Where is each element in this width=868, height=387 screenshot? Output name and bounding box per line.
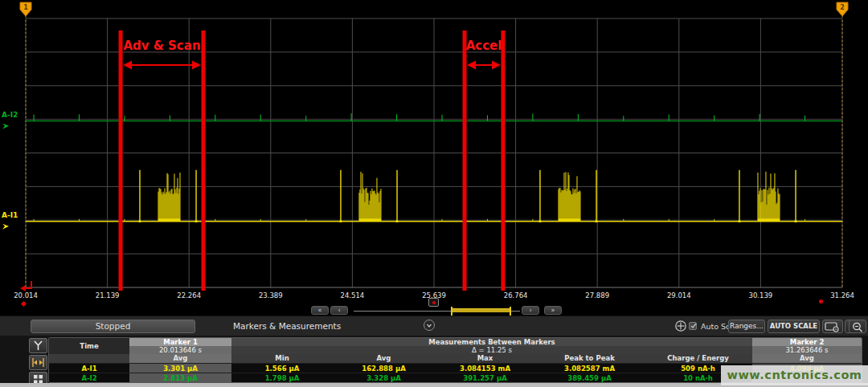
subheader-charge-energy: Charge / Energy — [644, 354, 752, 363]
marker1-header[interactable]: Marker 1 — [129, 338, 231, 346]
subheader-peak-to-peak: Peak to Peak — [535, 354, 644, 363]
x-axis-label: 22.264 — [177, 291, 201, 299]
panel-title: Markers & Measurements — [233, 321, 341, 331]
a-i2-m1-avg: 2.813 µA — [129, 373, 231, 382]
scroll-prev-button[interactable]: ‹ — [330, 306, 348, 315]
subheader-max: Max — [435, 354, 535, 363]
annotation-adv-scan: Adv & Scan — [119, 31, 206, 291]
x-axis-label: 31.264 — [830, 291, 854, 299]
x-axis-label: 30.139 — [749, 291, 773, 299]
a-i2-min: 1.798 µA — [231, 373, 333, 382]
x-axis-label: 29.014 — [667, 291, 691, 299]
chevron-down-icon[interactable] — [424, 320, 435, 331]
subheader-m2-avg: Avg — [752, 354, 862, 363]
a-i1-p2p: 3.082587 mA — [535, 363, 644, 373]
x-axis-label: 24.514 — [341, 291, 365, 299]
crosshair-plus-icon[interactable] — [674, 320, 687, 332]
marker2-time: 31.263646 s — [752, 346, 862, 354]
ranges-button[interactable]: Ranges... — [728, 320, 765, 333]
watermark: www.cntronics.com — [721, 365, 868, 385]
acquisition-status-button[interactable]: Stopped — [31, 320, 195, 333]
x-axis-label: 21.139 — [96, 291, 120, 299]
auto-scroll-checkbox[interactable] — [689, 322, 697, 330]
between-markers-header: Measurements Between Markers — [231, 338, 752, 346]
delta-time: Δ = 11.25 s — [231, 346, 752, 354]
row-a-i1-name[interactable]: A-I1 — [49, 363, 129, 373]
thumb-right-tick — [510, 307, 511, 316]
a-i1-max: 3.084153 mA — [435, 363, 535, 373]
waveform-plot: 12A-I2A-I1Adv & ScanAccel — [0, 0, 868, 316]
zoom-out-button[interactable] — [849, 320, 866, 333]
svg-text:Accel: Accel — [466, 39, 502, 53]
trigger-dot-icon — [432, 301, 436, 304]
annotation-accel: Accel — [463, 31, 506, 291]
channel-label-a-i1[interactable]: A-I1 — [2, 211, 18, 230]
channel-label-a-i2[interactable]: A-I2 — [2, 111, 18, 129]
x-axis-label: 27.889 — [585, 291, 609, 299]
time-marker-flag[interactable]: 1 — [20, 2, 31, 16]
scroll-last-button[interactable]: » — [544, 306, 562, 315]
bottom-toolbar: Stopped Markers & Measurements Auto Scro… — [0, 316, 868, 336]
scroll-thumb[interactable] — [452, 308, 510, 312]
marker1-time: 20.013646 s — [129, 346, 231, 354]
col-header-time: Time — [49, 338, 129, 354]
plot-area[interactable]: 12A-I2A-I1Adv & ScanAccel 20.01421.13922… — [0, 0, 868, 316]
a-i2-avg: 3.328 µA — [333, 373, 435, 382]
a-i1-m1-avg: 3.301 µA — [129, 363, 231, 373]
svg-text:2: 2 — [840, 4, 845, 11]
subheader-m1-avg: Avg — [129, 354, 231, 363]
a-i1-avg: 162.888 µA — [333, 363, 435, 373]
svg-text:1: 1 — [23, 4, 28, 11]
a-i2-max: 391.257 µA — [435, 373, 535, 382]
channel-setup-button[interactable] — [29, 338, 47, 353]
svg-text:Adv & Scan: Adv & Scan — [123, 39, 200, 53]
svg-text:A-I2: A-I2 — [2, 111, 18, 119]
trigger-position-indicator[interactable] — [428, 298, 439, 307]
svg-text:A-I1: A-I1 — [2, 211, 18, 219]
time-marker-flag[interactable]: 2 — [837, 2, 848, 16]
marker2-axis-dot — [819, 299, 823, 303]
row-a-i2-name[interactable]: A-I2 — [49, 373, 129, 382]
subheader-min: Min — [231, 354, 333, 363]
marker2-header[interactable]: Marker 2 — [752, 338, 862, 346]
scroll-first-button[interactable]: « — [311, 306, 329, 315]
x-axis-label: 23.389 — [259, 291, 283, 299]
auto-scale-button[interactable]: AUTO SCALE — [768, 320, 820, 333]
fit-display-zoom-button[interactable] — [822, 320, 843, 333]
a-i2-p2p: 389.459 µA — [535, 373, 644, 382]
subheader-avg: Avg — [333, 354, 435, 363]
grid — [26, 18, 842, 287]
markers-tool-button[interactable] — [29, 355, 47, 370]
a-i1-min: 1.566 µA — [231, 363, 333, 373]
thumb-left-tick — [451, 307, 452, 316]
scroll-next-button[interactable]: › — [522, 306, 539, 315]
waveform-analyzer-app: 12A-I2A-I1Adv & ScanAccel 20.01421.13922… — [0, 0, 868, 387]
x-axis-label: 26.764 — [504, 291, 528, 299]
subheader-blank — [49, 354, 129, 363]
x-axis-label: 20.014 — [14, 291, 38, 299]
